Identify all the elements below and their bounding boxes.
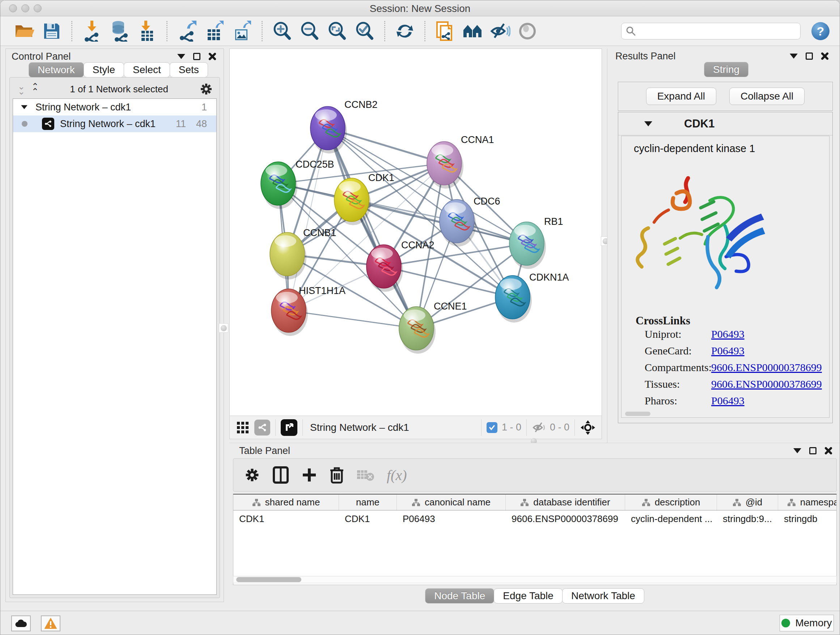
panel-menu-icon[interactable]	[793, 448, 801, 453]
help-button[interactable]: ?	[812, 22, 829, 40]
network-row[interactable]: String Network – cdk1 11 48	[13, 116, 216, 132]
expand-all-networks-icon[interactable]: ⌃⌃	[32, 84, 39, 94]
network-icon-button[interactable]	[254, 420, 270, 435]
grid-view-icon[interactable]	[236, 421, 249, 434]
cell-namespace[interactable]: stringdb	[778, 510, 837, 527]
column-header-name[interactable]: name	[339, 494, 397, 510]
collapse-all-networks-icon[interactable]: ⌄⌄	[18, 84, 25, 94]
network-collection-row[interactable]: String Network – cdk1 1	[13, 99, 216, 116]
tab-sets[interactable]: Sets	[170, 62, 208, 78]
crosslink-link[interactable]: 9606.ENSP00000378699	[711, 378, 822, 390]
import-network-database-button[interactable]	[108, 20, 131, 42]
birdseye-view-button[interactable]	[461, 20, 484, 42]
column-header-database-identifier[interactable]: database identifier	[506, 494, 625, 510]
zoom-selected-button[interactable]	[354, 20, 376, 42]
refresh-view-button[interactable]	[393, 20, 416, 42]
column-header-id[interactable]: @id	[717, 494, 778, 510]
column-header-namespace[interactable]: namespace	[778, 494, 837, 510]
search-input[interactable]	[621, 23, 801, 40]
tab-node-table[interactable]: Node Table	[425, 588, 494, 603]
zoom-out-icon	[300, 21, 320, 41]
tab-network[interactable]: Network	[28, 62, 84, 78]
collapse-all-button[interactable]: Collapse All	[729, 88, 805, 105]
node-label: CDK1	[368, 172, 394, 183]
table-settings-gear-icon[interactable]	[244, 467, 260, 483]
network-node-HIST1H1A[interactable]: HIST1H1A	[271, 285, 346, 336]
column-header-shared-name[interactable]: shared name	[233, 494, 339, 510]
hide-graphics-details-button[interactable]	[489, 20, 511, 42]
tab-style[interactable]: Style	[84, 62, 124, 78]
network-node-CDK1[interactable]: CDK1	[334, 172, 394, 225]
network-edge[interactable]	[289, 128, 328, 310]
show-graphics-details-button[interactable]	[516, 20, 538, 42]
delete-column-icon[interactable]	[330, 466, 344, 484]
table-header-row: shared name name canonical name database…	[233, 494, 836, 510]
cell-name[interactable]: CDK1	[339, 510, 397, 527]
crosslink-link[interactable]: P06493	[711, 345, 745, 357]
selected-nodes-checkbox[interactable]	[486, 422, 497, 433]
open-in-browser-button[interactable]	[281, 419, 297, 436]
close-panel-icon[interactable]	[821, 52, 829, 60]
cell-shared-name[interactable]: CDK1	[233, 510, 339, 527]
panel-menu-icon[interactable]	[177, 54, 185, 59]
network-canvas[interactable]: CCNB2CCNA1CDC25BCDK1CDC6RB1CCNB1CCNA2CDK…	[230, 49, 602, 416]
function-builder-button: f(x)	[387, 467, 407, 484]
column-header-canonical-name[interactable]: canonical name	[397, 494, 506, 510]
zoom-in-button[interactable]	[271, 20, 294, 42]
add-column-icon[interactable]	[302, 467, 317, 483]
memory-button[interactable]: Memory	[780, 615, 834, 631]
zoom-fit-button[interactable]	[326, 20, 348, 42]
scrollbar-thumb[interactable]	[236, 577, 302, 582]
import-network-file-button[interactable]	[81, 20, 103, 42]
network-edge[interactable]	[328, 128, 416, 328]
node-entry-header[interactable]: CDK1	[618, 112, 832, 135]
crosslink-link[interactable]: P06493	[711, 328, 745, 340]
cloud-status-button[interactable]	[11, 616, 31, 631]
network-options-gear-icon[interactable]	[199, 82, 213, 96]
network-node-CCNA1[interactable]: CCNA1	[427, 134, 494, 188]
expand-all-button[interactable]: Expand All	[646, 88, 716, 105]
center-view-icon[interactable]	[580, 420, 596, 435]
results-scrollbar-thumb[interactable]	[625, 412, 651, 416]
crosslink-link[interactable]: P06493	[711, 394, 745, 407]
show-columns-icon[interactable]	[272, 466, 289, 484]
table-horizontal-scrollbar[interactable]	[233, 576, 837, 583]
tab-select[interactable]: Select	[124, 62, 170, 78]
import-table-button[interactable]	[136, 20, 158, 42]
network-node-CCNB2[interactable]: CCNB2	[310, 99, 378, 154]
zoom-out-button[interactable]	[298, 20, 321, 42]
open-session-button[interactable]	[13, 20, 35, 42]
cell-database-identifier[interactable]: 9606.ENSP00000378699	[506, 510, 625, 527]
cell-canonical-name[interactable]: P06493	[397, 510, 506, 527]
export-network-button[interactable]	[176, 20, 198, 42]
network-node-CDKN1A[interactable]: CDKN1A	[495, 272, 569, 323]
collection-expander-icon[interactable]	[21, 105, 27, 109]
column-header-description[interactable]: description	[625, 494, 717, 510]
annotations-button[interactable]	[434, 20, 456, 42]
close-panel-icon[interactable]	[208, 52, 216, 60]
network-node-RB1[interactable]: RB1	[509, 216, 563, 269]
export-table-button[interactable]	[203, 20, 226, 42]
tab-network-table[interactable]: Network Table	[562, 588, 644, 603]
close-panel-icon[interactable]	[824, 447, 832, 455]
network-node-CDC6[interactable]: CDC6	[439, 196, 500, 247]
network-node-CDC25B[interactable]: CDC25B	[261, 159, 334, 209]
cell-id[interactable]: stringdb:9...	[717, 510, 778, 527]
cell-description[interactable]: cyclin-dependent ...	[625, 510, 717, 527]
warnings-button[interactable]	[41, 616, 60, 631]
float-panel-icon[interactable]	[193, 53, 201, 60]
left-splitter-handle[interactable]	[219, 323, 228, 333]
tab-edge-table[interactable]: Edge Table	[494, 588, 562, 603]
network-node-CCNE1[interactable]: CCNE1	[399, 301, 467, 354]
network-node-CCNB1[interactable]: CCNB1	[270, 227, 336, 279]
float-panel-icon[interactable]	[809, 447, 816, 454]
panel-menu-icon[interactable]	[790, 54, 798, 59]
table-row[interactable]: CDK1 CDK1 P06493 9606.ENSP00000378699 cy…	[233, 510, 836, 527]
float-panel-icon[interactable]	[806, 52, 813, 60]
entry-expander-icon[interactable]	[644, 121, 652, 126]
network-edge[interactable]	[352, 200, 527, 244]
export-image-button[interactable]	[231, 20, 253, 42]
save-session-button[interactable]	[41, 20, 63, 42]
tab-string[interactable]: String	[704, 62, 748, 77]
crosslink-link[interactable]: 9606.ENSP00000378699	[711, 361, 822, 374]
